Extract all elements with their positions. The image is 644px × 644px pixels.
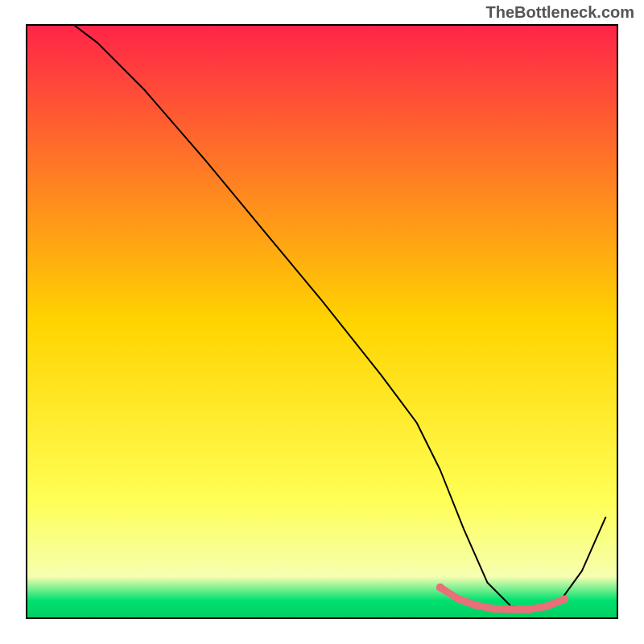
gradient-background <box>27 25 617 618</box>
optimal-range-highlight-dot <box>507 605 515 613</box>
optimal-range-highlight-dot <box>543 602 551 610</box>
bottleneck-chart <box>0 0 644 644</box>
optimal-range-highlight-dot <box>489 605 497 613</box>
optimal-range-highlight-dot <box>560 595 568 603</box>
optimal-range-highlight-dot <box>454 595 462 603</box>
optimal-range-highlight-dot <box>472 601 480 609</box>
watermark-text: TheBottleneck.com <box>486 3 634 22</box>
optimal-range-highlight-dot <box>525 605 533 613</box>
optimal-range-highlight-dot <box>436 584 444 592</box>
